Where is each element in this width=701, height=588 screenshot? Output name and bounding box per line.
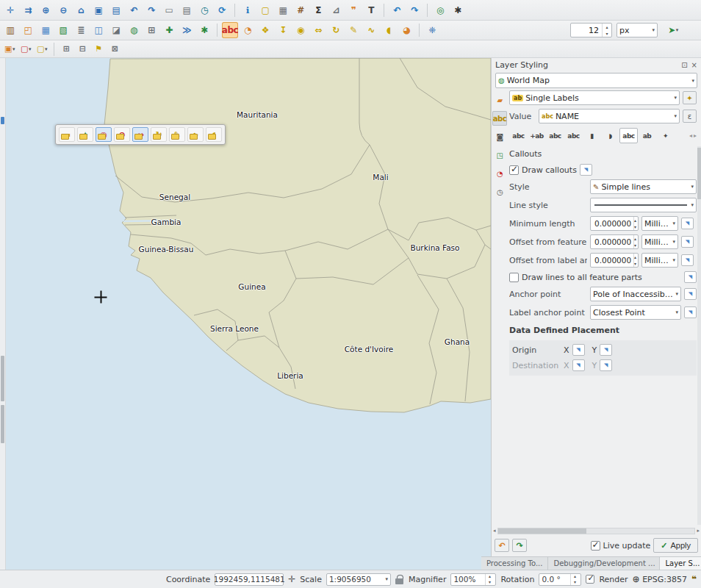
spin-up-icon[interactable]: ▴ <box>634 254 636 260</box>
left-dock-tab-3[interactable] <box>1 405 4 443</box>
history-tab[interactable]: ◷ <box>492 184 507 199</box>
add-delimited-text-layer[interactable]: ≣ <box>73 22 89 38</box>
minimum-length-spinbox[interactable]: 0.000000 ▴▾ <box>590 216 639 231</box>
spin-down-icon[interactable]: ▾ <box>634 242 636 248</box>
panel-vertical-scrollbar[interactable] <box>697 146 701 525</box>
left-dock-tab-2[interactable] <box>1 356 4 401</box>
left-dock-tab-1[interactable] <box>1 117 4 124</box>
zoom-in[interactable]: ⊕ <box>37 2 54 18</box>
field-calculator[interactable]: # <box>292 2 309 18</box>
draw-lines-all-parts-checkbox[interactable] <box>509 273 519 282</box>
label-callout-tool[interactable]: ◖ <box>381 22 397 38</box>
curved-label-tool[interactable]: ∿ <box>363 22 379 38</box>
zoom-to-selection[interactable]: ▣ <box>90 2 107 18</box>
add-mesh-layer[interactable]: ▧ <box>55 22 71 38</box>
new-print-layout[interactable]: ▭ <box>161 2 177 18</box>
spin-up-icon[interactable]: ▴ <box>486 574 493 580</box>
3d-view-tab[interactable]: ◳ <box>492 148 507 162</box>
draw-callouts-checkbox[interactable] <box>509 165 519 175</box>
panel-horizontal-scrollbar[interactable]: ◂ ▸ <box>493 526 700 535</box>
apply-button[interactable]: ✓ Apply <box>653 538 698 553</box>
layout-manager[interactable]: ▤ <box>179 2 195 18</box>
zoom-last[interactable]: ↶ <box>126 2 142 18</box>
live-update-checkbox[interactable] <box>591 541 600 551</box>
symbology-tab[interactable]: ▰ <box>492 93 507 107</box>
curved-label-tool[interactable]: ∿ <box>187 127 204 142</box>
data-defined-destination-y-button[interactable]: ◥ <box>600 359 612 371</box>
spin-up-icon[interactable]: ▴ <box>634 235 636 242</box>
refresh-map[interactable]: ⟳ <box>214 2 230 18</box>
zoom-full-extent[interactable]: ⌂ <box>73 2 89 18</box>
tab-scroll-right-icon[interactable]: ▸ <box>694 132 697 139</box>
map-tips[interactable]: ❞ <box>345 2 362 18</box>
close-icon[interactable]: × <box>691 61 697 69</box>
offset-from-feature-unit-combo[interactable]: Millime ▾ <box>641 234 678 249</box>
scrollbar-thumb[interactable] <box>498 528 587 534</box>
add-vector-layer[interactable]: ◰ <box>20 22 36 38</box>
text-annotation[interactable]: T <box>363 2 379 18</box>
highlight-pinned-labels[interactable]: ❖ <box>257 22 273 38</box>
pan-to-selection[interactable]: ⇉ <box>20 2 36 18</box>
map-effects[interactable]: ❈ <box>424 22 440 38</box>
spin-down-icon[interactable]: ▾ <box>571 579 578 585</box>
debugging-development-tab[interactable]: Debugging/Development ... <box>548 557 660 570</box>
callout-style-combo[interactable]: ✎ Simple lines ▾ <box>590 179 697 194</box>
spin-arrows[interactable]: ▴ ▾ <box>602 24 611 37</box>
rotate-label[interactable]: ↻ <box>328 22 344 38</box>
data-defined-origin-y-button[interactable]: ◥ <box>600 344 612 356</box>
spin-down-icon[interactable]: ▾ <box>634 260 636 267</box>
open-data-source-manager[interactable]: ▥ <box>2 22 18 38</box>
redo[interactable]: ↷ <box>406 2 423 18</box>
minimum-length-value[interactable]: 0.000000 <box>593 219 631 228</box>
offset-from-label-area-unit-combo[interactable]: Millime ▾ <box>641 253 678 268</box>
add-raster-layer[interactable]: ▦ <box>37 22 54 38</box>
mask-tab[interactable]: abc <box>564 128 583 143</box>
scrollbar-track[interactable] <box>497 528 696 534</box>
formatting-tab[interactable]: +ab <box>528 128 546 143</box>
map-canvas[interactable]: MauritaniaMaliSenegalGambiaGuinea-Bissau… <box>6 58 491 570</box>
layer-selector-combo[interactable]: ◍ World Map ▾ <box>495 73 697 88</box>
scale-combo[interactable]: 1:9056950 ▾ <box>326 573 391 586</box>
data-defined-origin-x-button[interactable]: ◥ <box>572 344 585 356</box>
minimum-length-unit-combo[interactable]: Millime ▾ <box>641 216 678 231</box>
python-console[interactable]: ≫ <box>179 22 195 38</box>
data-defined-label-anchor-button[interactable]: ◥ <box>684 306 697 318</box>
extents-toggle-icon[interactable]: ✛ <box>288 574 295 584</box>
spin-down-icon[interactable]: ▾ <box>603 30 611 37</box>
spin-down-icon[interactable]: ▾ <box>634 223 636 230</box>
spin-down-icon[interactable]: ▾ <box>486 579 493 585</box>
scrollbar-thumb[interactable] <box>697 148 701 199</box>
zoom-to-layer[interactable]: ▤ <box>108 2 124 18</box>
add-xyz-layer[interactable]: ⊞ <box>143 22 159 38</box>
crs-status[interactable]: ⊕ EPSG:3857 <box>633 574 687 584</box>
coordinate-input[interactable]: 1992459,1115481 <box>215 573 284 586</box>
show-hide-labels[interactable]: ◉ <box>96 127 112 142</box>
mask-tab[interactable]: ◙ <box>492 129 507 144</box>
add-wms-layer[interactable]: ◍ <box>126 22 142 38</box>
new-temporary-scratch-layer[interactable]: ✚ <box>161 22 177 38</box>
zoom-out[interactable]: ⊖ <box>55 2 71 18</box>
flag-tool[interactable]: ⚑ <box>91 43 106 56</box>
tab-scroll-left-icon[interactable]: ◂ <box>689 132 692 139</box>
data-defined-destination-x-button[interactable]: ◥ <box>572 359 585 371</box>
diagrams-tab[interactable]: ◔ <box>492 166 507 181</box>
rotation-spinbox[interactable]: 0.0 ° ▴▾ <box>539 573 581 586</box>
decoration-arrow[interactable]: ➤ <box>665 22 681 38</box>
pin-unpin-labels[interactable]: ↧ <box>275 22 291 38</box>
scroll-left-icon[interactable]: ◂ <box>493 528 496 534</box>
label-size-value[interactable]: 12 <box>571 26 602 35</box>
data-defined-draw-lines-button[interactable]: ◥ <box>684 271 697 283</box>
measure-line[interactable]: ⊿ <box>328 2 344 18</box>
labels-tab[interactable]: abc <box>492 111 507 126</box>
label-anchor-point-combo[interactable]: Closest Point ▾ <box>590 305 681 320</box>
identify-features[interactable]: ℹ <box>240 2 256 18</box>
line-style-combo[interactable]: ▾ <box>590 198 697 212</box>
undo[interactable]: ↶ <box>389 2 405 18</box>
buffer-tab[interactable]: abc <box>546 128 564 143</box>
show-hide-labels[interactable]: ◉ <box>292 22 309 38</box>
move-label[interactable]: ⇔ <box>132 127 148 142</box>
open-attribute-table[interactable]: ▦ <box>275 2 291 18</box>
render-checkbox[interactable] <box>586 575 594 584</box>
pin-unpin-labels[interactable]: ✦ <box>77 127 93 142</box>
style-history-forward-button[interactable]: ↷ <box>512 539 527 552</box>
